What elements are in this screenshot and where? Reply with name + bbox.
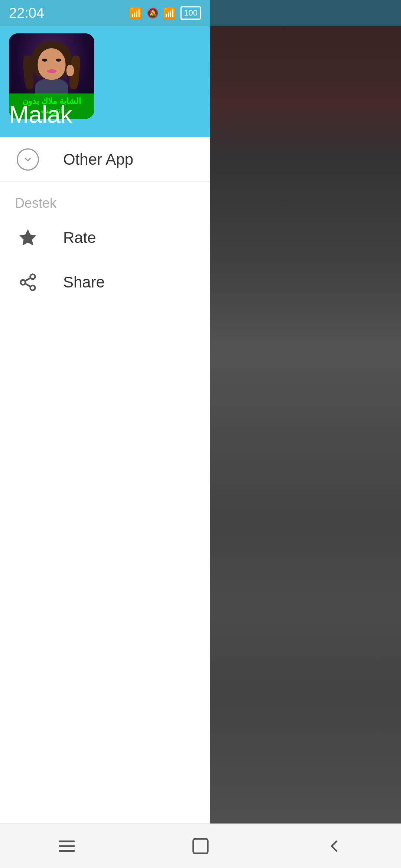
nav-menu-button[interactable] [52, 831, 82, 861]
clock: 22:04 [9, 5, 44, 21]
section-destek-header: Destek [0, 182, 210, 216]
eye-right [56, 59, 61, 62]
lips [47, 69, 56, 73]
vibrate-icon: 🔕 [147, 7, 159, 19]
status-icons-group: 📶 🔕 📶 100 [129, 6, 201, 20]
bottom-nav-bar [0, 823, 401, 868]
hand [66, 65, 74, 76]
status-bar-right [210, 0, 401, 26]
face [38, 48, 66, 80]
other-app-icon [15, 147, 41, 172]
share-label: Share [63, 273, 105, 291]
square-icon [191, 836, 210, 856]
overlay-scrim [210, 0, 401, 868]
battery-level: 100 [184, 8, 198, 17]
status-bar: 22:04 📶 🔕 📶 100 [0, 0, 210, 26]
share-menu-item[interactable]: Share [0, 260, 210, 305]
other-app-label: Other App [63, 151, 133, 168]
nav-back-button[interactable] [319, 831, 349, 861]
other-app-menu-item[interactable]: Other App [0, 137, 210, 182]
rate-label: Rate [63, 229, 96, 247]
star-icon [18, 228, 38, 247]
portrait-illustration [29, 45, 74, 96]
share-icon [18, 273, 38, 292]
eye-left [42, 59, 48, 62]
battery-icon: 100 [180, 6, 201, 20]
drawer-content: Other App Destek Rate Share [0, 137, 210, 842]
bluetooth-icon: 📶 [129, 7, 142, 19]
rate-icon-container [15, 225, 41, 251]
chevron-down-icon [23, 154, 33, 165]
svg-line-4 [25, 283, 31, 287]
circle-down-icon [17, 148, 39, 171]
svg-rect-9 [193, 839, 208, 853]
back-arrow-icon [325, 836, 344, 856]
rate-menu-item[interactable]: Rate [0, 216, 210, 260]
app-title: Malak [9, 101, 72, 128]
share-icon-container [15, 269, 41, 295]
svg-line-5 [25, 278, 31, 281]
svg-marker-0 [20, 230, 36, 245]
hamburger-icon [57, 836, 76, 856]
signal-icon: 📶 [163, 7, 176, 19]
nav-home-button[interactable] [186, 831, 215, 861]
